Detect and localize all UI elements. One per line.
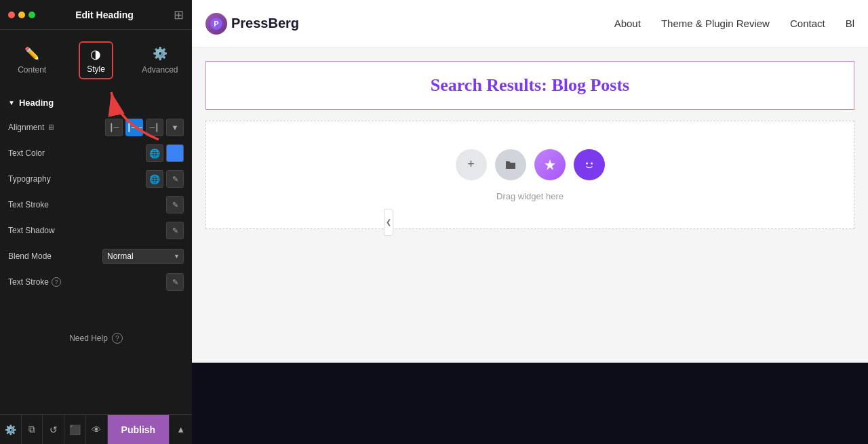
content-tab-icon: ✏️ — [24, 46, 39, 61]
style-tab-box: ◑ Style — [79, 41, 113, 79]
svg-point-3 — [583, 158, 596, 171]
advanced-tab-label: Advanced — [142, 65, 178, 75]
blend-mode-label: Blend Mode — [8, 251, 52, 261]
monitor-icon: 🖥 — [47, 123, 55, 132]
need-help-label: Need Help — [69, 334, 108, 343]
text-shadow-row: Text Shadow ✎ — [0, 218, 192, 243]
typography-row: Typography 🌐 ✎ — [0, 166, 192, 192]
add-widget-button[interactable]: + — [456, 149, 487, 180]
chevron-down-icon: ▼ — [8, 99, 15, 106]
help-row[interactable]: Need Help ? — [0, 322, 192, 355]
typography-edit-button[interactable]: ✎ — [166, 170, 184, 188]
text-stroke2-controls: ✎ — [166, 273, 184, 291]
alignment-row: Alignment 🖥 ┃─ ┃── ─┃ ▼ — [0, 115, 192, 140]
window-controls — [8, 12, 35, 18]
publish-button[interactable]: Publish — [108, 415, 170, 444]
text-color-controls: 🌐 — [146, 144, 184, 162]
blend-mode-select[interactable]: Normal Multiply Screen Overlay Darken Li… — [102, 249, 184, 264]
responsive-bottom-icon[interactable]: ⬛ — [64, 415, 86, 444]
text-color-globe-button[interactable]: 🌐 — [146, 144, 163, 162]
align-left-button[interactable]: ┃─ — [105, 119, 123, 136]
tabs-row: ✏️ Content ◑ Style — [0, 30, 192, 91]
text-shadow-controls: ✎ — [166, 222, 184, 239]
align-center-button[interactable]: ┃── — [125, 119, 143, 136]
logo-text: PressBerg — [231, 16, 299, 31]
blend-mode-select-wrapper: Normal Multiply Screen Overlay Darken Li… — [102, 249, 184, 264]
svg-point-5 — [591, 162, 593, 164]
sidebar-bottom: ⚙️ ⧉ ↺ ⬛ 👁 Publish ▲ — [0, 414, 192, 444]
minimize-dot[interactable] — [18, 12, 25, 18]
ai-button[interactable] — [574, 149, 605, 180]
widget-buttons: + — [456, 149, 605, 180]
text-stroke-row: Text Stroke ✎ — [0, 192, 192, 218]
settings-bottom-icon[interactable]: ⚙️ — [0, 415, 22, 444]
alignment-controls: ┃─ ┃── ─┃ ▼ — [105, 119, 184, 136]
logo-icon: P — [205, 13, 227, 35]
section-label: Heading — [19, 98, 54, 108]
text-color-row: Text Color 🌐 — [0, 140, 192, 166]
text-stroke-edit-button[interactable]: ✎ — [166, 196, 184, 214]
heading-section[interactable]: ▼ Heading — [0, 91, 192, 115]
nav-blog-truncated[interactable]: Bl — [846, 18, 854, 29]
typography-globe-button[interactable]: 🌐 — [146, 170, 163, 188]
svg-text:P: P — [214, 20, 218, 28]
nav-about[interactable]: About — [614, 18, 641, 29]
text-stroke2-label: Text Stroke ? — [8, 277, 61, 287]
tab-content[interactable]: ✏️ Content — [0, 30, 64, 91]
text-stroke-controls: ✎ — [166, 196, 184, 214]
layers-bottom-icon[interactable]: ⧉ — [22, 415, 43, 444]
blend-mode-controls: Normal Multiply Screen Overlay Darken Li… — [102, 249, 184, 264]
typography-controls: 🌐 ✎ — [146, 170, 184, 188]
sidebar: Edit Heading ⊞ ✏️ Content ◑ Style — [0, 0, 192, 444]
nav-contact[interactable]: Contact — [790, 18, 825, 29]
text-color-swatch[interactable] — [166, 144, 184, 162]
text-stroke2-edit-button[interactable]: ✎ — [166, 273, 184, 291]
panel-title: Edit Heading — [75, 9, 134, 20]
sidebar-header: Edit Heading ⊞ — [0, 0, 192, 30]
close-dot[interactable] — [8, 12, 15, 18]
typography-label: Typography — [8, 174, 51, 184]
style-tab-icon: ◑ — [90, 47, 101, 62]
align-right-button[interactable]: ─┃ — [146, 119, 163, 136]
text-shadow-edit-button[interactable]: ✎ — [166, 222, 184, 239]
text-stroke-info-icon: ? — [52, 277, 61, 287]
heading-text: Search Results: Blog Posts — [220, 75, 840, 96]
drop-zone[interactable]: + Drag widget here — [205, 121, 854, 229]
maximize-dot[interactable] — [28, 12, 35, 18]
content-area: Search Results: Blog Posts + Drag wid — [192, 47, 868, 363]
canvas: ❮ P PressBerg About Theme & Plugin Revie… — [192, 0, 868, 444]
eye-bottom-icon[interactable]: 👁 — [86, 415, 108, 444]
blend-mode-row: Blend Mode Normal Multiply Screen Overla… — [0, 243, 192, 269]
canvas-footer — [192, 363, 868, 444]
tab-style[interactable]: ◑ Style — [64, 30, 127, 91]
history-bottom-icon[interactable]: ↺ — [43, 415, 64, 444]
site-logo: P PressBerg — [205, 13, 299, 35]
text-stroke2-row: Text Stroke ? ✎ — [0, 269, 192, 295]
nav-theme-review[interactable]: Theme & Plugin Review — [661, 18, 770, 29]
advanced-tab-icon: ⚙️ — [153, 46, 167, 61]
style-tab-label: Style — [87, 64, 105, 74]
text-color-label: Text Color — [8, 148, 45, 158]
expand-bottom-icon[interactable]: ▲ — [169, 415, 192, 444]
templates-button[interactable] — [495, 149, 526, 180]
heading-widget[interactable]: Search Results: Blog Posts — [205, 61, 854, 110]
alignment-label: Alignment 🖥 — [8, 123, 55, 132]
drag-hint: Drag widget here — [496, 191, 564, 201]
text-stroke-label: Text Stroke — [8, 200, 49, 209]
tab-advanced[interactable]: ⚙️ Advanced — [128, 30, 192, 91]
content-tab-label: Content — [18, 65, 46, 75]
svg-point-4 — [586, 162, 588, 164]
text-shadow-label: Text Shadow — [8, 226, 55, 235]
sidebar-content: ▼ Heading Alignment 🖥 ┃─ ┃── ─┃ ▼ — [0, 91, 192, 414]
nav-bar: P PressBerg About Theme & Plugin Review … — [192, 0, 868, 47]
collapse-panel-button[interactable]: ❮ — [384, 209, 393, 236]
nav-links: About Theme & Plugin Review Contact Bl — [614, 18, 854, 29]
align-justify-button[interactable]: ▼ — [166, 119, 184, 136]
grid-icon[interactable]: ⊞ — [174, 7, 184, 22]
help-icon: ? — [112, 333, 123, 344]
magic-button[interactable] — [534, 149, 566, 180]
